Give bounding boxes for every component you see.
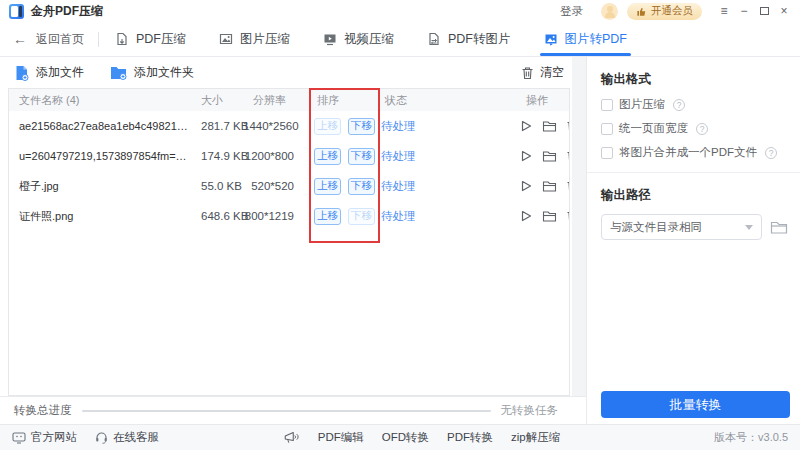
- move-up-button[interactable]: 上移: [314, 208, 341, 225]
- add-folder-button[interactable]: 添加文件夹: [110, 64, 194, 81]
- move-down-button[interactable]: 下移: [348, 148, 375, 165]
- titlebar-right: 登录 开通会员 ≡ − ×: [560, 2, 794, 20]
- chevron-down-icon: [745, 225, 753, 230]
- option-merge-pdf[interactable]: 将图片合并成一个PDF文件 ?: [601, 145, 800, 160]
- move-down-button[interactable]: 下移: [348, 178, 375, 195]
- menu-icon[interactable]: ≡: [714, 2, 734, 20]
- sidebar-divider: [587, 172, 800, 173]
- back-arrow-icon[interactable]: ←: [13, 32, 27, 46]
- official-site-link[interactable]: 官方网站: [12, 430, 77, 445]
- file-resolution: 1200*800: [243, 150, 307, 162]
- browse-folder-button[interactable]: [770, 220, 788, 235]
- open-folder-button[interactable]: [542, 120, 557, 133]
- help-icon[interactable]: ?: [696, 123, 708, 135]
- avatar[interactable]: [601, 3, 618, 20]
- play-button[interactable]: [519, 119, 533, 133]
- close-button[interactable]: ×: [774, 2, 794, 20]
- play-button[interactable]: [519, 209, 533, 223]
- file-list: 文件名称 (4) 大小 分辨率 排序 状态 操作 ae21568ac27ea8e…: [8, 88, 570, 396]
- checkbox[interactable]: [601, 147, 613, 159]
- output-path-title: 输出路径: [601, 187, 800, 204]
- file-name: 证件照.png: [9, 209, 191, 224]
- footer-link-ofd-convert[interactable]: OFD转换: [382, 430, 429, 445]
- footer-link-pdf-edit[interactable]: PDF编辑: [318, 430, 364, 445]
- file-name: 橙子.jpg: [9, 179, 191, 194]
- monitor-icon: [12, 432, 26, 444]
- progress-status: 无转换任务: [501, 403, 559, 418]
- tab-video-compress[interactable]: 视频压缩: [323, 22, 394, 56]
- checkbox[interactable]: [601, 99, 613, 111]
- tab-pdf-to-image[interactable]: PDF转图片: [427, 22, 511, 56]
- add-folder-icon: [110, 65, 127, 80]
- back-home-link[interactable]: 返回首页: [36, 31, 84, 48]
- help-icon[interactable]: ?: [673, 99, 685, 111]
- move-down-button[interactable]: 下移: [348, 118, 375, 135]
- status-badge: 待处理: [375, 119, 471, 134]
- scrollbar-track[interactable]: [572, 57, 586, 424]
- trash-icon: [521, 66, 534, 80]
- header-actions: 操作: [471, 93, 569, 108]
- tab-image-compress[interactable]: 图片压缩: [219, 22, 290, 56]
- megaphone-icon: [284, 431, 300, 444]
- status-badge: 待处理: [375, 179, 471, 194]
- nav-tabs: PDF压缩 图片压缩 视频压缩 PDF转图片 图片转PDF: [115, 22, 660, 56]
- delete-button[interactable]: [566, 119, 570, 133]
- batch-convert-button[interactable]: 批量转换: [601, 391, 790, 418]
- add-folder-label: 添加文件夹: [134, 64, 194, 81]
- image-compress-icon: [219, 32, 233, 46]
- file-resolution: 520*520: [243, 180, 307, 192]
- table-row: 橙子.jpg 55.0 KB 520*520 上移 下移 待处理: [9, 171, 569, 201]
- maximize-button[interactable]: [754, 2, 774, 20]
- minimize-button[interactable]: −: [734, 2, 754, 20]
- move-down-button[interactable]: 下移: [348, 208, 375, 225]
- help-icon[interactable]: ?: [765, 147, 777, 159]
- thumb-up-icon: [636, 6, 647, 17]
- tab-image-to-pdf[interactable]: 图片转PDF: [544, 22, 628, 56]
- option-label: 将图片合并成一个PDF文件: [619, 145, 757, 160]
- online-service-link[interactable]: 在线客服: [95, 430, 159, 445]
- move-up-button[interactable]: 上移: [314, 178, 341, 195]
- output-path-value: 与源文件目录相同: [610, 220, 702, 235]
- header-resolution: 分辨率: [243, 93, 307, 108]
- footer-bar: 官方网站 在线客服 PDF编辑 OFD转换 PDF转换 zip解压缩 版本号：v…: [0, 424, 800, 450]
- tab-label: 视频压缩: [344, 31, 394, 48]
- table-row: 证件照.png 648.6 KB 800*1219 上移 下移 待处理: [9, 201, 569, 231]
- delete-button[interactable]: [566, 209, 570, 223]
- app-title: 金舟PDF压缩: [31, 3, 103, 20]
- tab-label: 图片转PDF: [565, 31, 628, 48]
- move-up-button[interactable]: 上移: [314, 118, 341, 135]
- login-link[interactable]: 登录: [560, 4, 583, 19]
- header-sort: 排序: [307, 93, 375, 108]
- open-folder-button[interactable]: [542, 180, 557, 193]
- option-uniform-width[interactable]: 统一页面宽度 ?: [601, 121, 800, 136]
- move-up-button[interactable]: 上移: [314, 148, 341, 165]
- tab-pdf-compress[interactable]: PDF压缩: [115, 22, 186, 56]
- file-resolution: 1440*2560: [243, 120, 307, 132]
- header-status: 状态: [375, 93, 471, 108]
- settings-sidebar: 输出格式 图片压缩 ? 统一页面宽度 ? 将图片合并成一个PDF文件 ? 输出路…: [586, 57, 800, 424]
- footer-link-pdf-convert[interactable]: PDF转换: [447, 430, 493, 445]
- pdf-to-image-icon: [427, 32, 441, 46]
- progress-row: 转换总进度 无转换任务: [0, 396, 586, 424]
- output-path-select[interactable]: 与源文件目录相同: [601, 214, 762, 240]
- play-button[interactable]: [519, 179, 533, 193]
- option-image-compress[interactable]: 图片压缩 ?: [601, 97, 800, 112]
- image-to-pdf-icon: [544, 32, 558, 46]
- tab-label: 图片压缩: [240, 31, 290, 48]
- open-folder-button[interactable]: [542, 210, 557, 223]
- delete-button[interactable]: [566, 149, 570, 163]
- open-folder-button[interactable]: [542, 150, 557, 163]
- file-list-header: 文件名称 (4) 大小 分辨率 排序 状态 操作: [9, 89, 569, 111]
- add-file-button[interactable]: 添加文件: [14, 64, 84, 81]
- vip-button[interactable]: 开通会员: [627, 3, 702, 20]
- clear-all-button[interactable]: 清空: [521, 64, 564, 81]
- status-badge: 待处理: [375, 149, 471, 164]
- play-button[interactable]: [519, 149, 533, 163]
- footer-link-zip[interactable]: zip解压缩: [511, 430, 560, 445]
- checkbox[interactable]: [601, 123, 613, 135]
- file-name: u=2604797219,1573897854fm=193f=...: [9, 150, 191, 162]
- delete-button[interactable]: [566, 179, 570, 193]
- option-label: 图片压缩: [619, 97, 665, 112]
- tab-label: PDF转图片: [448, 31, 511, 48]
- clear-all-label: 清空: [540, 64, 564, 81]
